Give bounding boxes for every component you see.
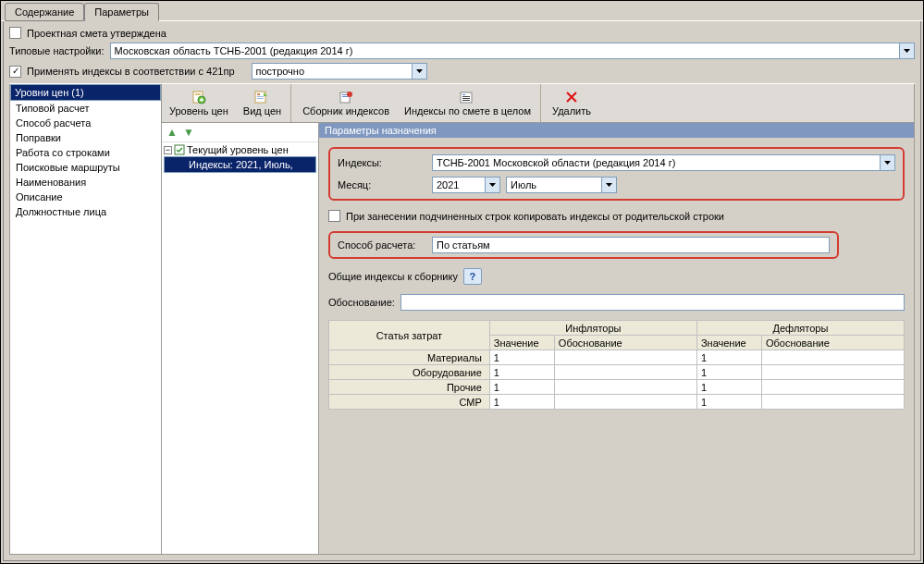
year-select[interactable]: 2021 — [432, 177, 500, 193]
common-indices-label: Общие индексы к сборнику — [328, 271, 458, 282]
sidebar-item-officials[interactable]: Должностные лица — [10, 204, 161, 219]
lower-area: Уровни цен (1) Типовой расчет Способ рас… — [9, 83, 915, 555]
params-header: Параметры назначения — [319, 123, 914, 138]
collapse-icon[interactable]: − — [164, 146, 172, 154]
indices-label: Индексы: — [338, 157, 426, 168]
svg-rect-6 — [257, 98, 264, 99]
calc-method-row: Способ расчета: По статьям — [338, 237, 830, 253]
th-infl-value: Значение — [489, 336, 554, 350]
params-panel: Проектная смета утверждена Типовые настр… — [3, 21, 921, 561]
svg-rect-11 — [461, 92, 472, 103]
svg-rect-1 — [195, 93, 201, 95]
chevron-down-icon — [899, 43, 914, 58]
chevron-down-icon — [880, 155, 894, 170]
tool-view-prices[interactable]: Вид цен — [236, 84, 291, 122]
tool-index-collection[interactable]: Сборник индексов — [295, 84, 397, 122]
sidebar-item-price-levels[interactable]: Уровни цен (1) — [10, 84, 161, 101]
tree-root-label: Текущий уровень цен — [187, 144, 289, 155]
copy-parent-row: При занесении подчиненных строк копирова… — [328, 210, 905, 222]
tool-price-level-label: Уровень цен — [169, 105, 228, 116]
typical-settings-label: Типовые настройки: — [9, 45, 105, 56]
tree-child-label: Индексы: 2021, Июль, — [189, 159, 293, 170]
move-up-button[interactable]: ▲ — [166, 126, 179, 139]
typical-settings-row: Типовые настройки: Московская область ТС… — [9, 43, 915, 59]
justification-row: Обоснование: — [328, 294, 905, 311]
tool-delete-label: Удалить — [552, 105, 591, 116]
highlight-indices-month: Индексы: ТСНБ-2001 Московской области (р… — [328, 147, 905, 201]
view-prices-icon — [254, 90, 269, 104]
tree: − Текущий уровень цен Индексы: 2021, Июл… — [162, 142, 318, 554]
toolbar: Уровень цен Вид цен Сборник индексов Инд… — [162, 84, 914, 123]
indices-select[interactable]: ТСНБ-2001 Московской области (редакция 2… — [432, 154, 895, 171]
justification-label: Обоснование: — [328, 297, 395, 308]
price-level-icon — [191, 90, 206, 104]
category-sidebar: Уровни цен (1) Типовой расчет Способ рас… — [9, 84, 162, 555]
below-toolbar: ▲ ▼ − Текущий уровень цен Индексы: 2021,… — [162, 123, 914, 554]
typical-settings-value: Московская область ТСНБ-2001 (редакция 2… — [115, 45, 353, 56]
tree-root[interactable]: − Текущий уровень цен — [164, 144, 316, 156]
apply-indices-mode-value: построчно — [256, 66, 305, 77]
sidebar-item-names[interactable]: Наименования — [10, 175, 161, 190]
svg-rect-5 — [257, 96, 264, 97]
tree-move-buttons: ▲ ▼ — [162, 123, 318, 142]
sidebar-item-corrections[interactable]: Поправки — [10, 130, 161, 145]
table-row: СМР 1 1 — [329, 395, 905, 410]
tool-indices-whole-label: Индексы по смете в целом — [404, 105, 531, 116]
delete-icon — [564, 90, 579, 104]
th-deflators: Дефляторы — [696, 321, 904, 336]
apply-indices-mode-select[interactable]: построчно — [252, 63, 427, 80]
table-row: Оборудование 1 1 — [329, 365, 905, 380]
help-icon[interactable]: ? — [463, 268, 482, 285]
th-infl-just: Обоснование — [554, 336, 696, 350]
tree-child[interactable]: Индексы: 2021, Июль, — [164, 156, 316, 173]
justification-input[interactable] — [400, 294, 905, 311]
sidebar-item-description[interactable]: Описание — [10, 190, 161, 204]
approved-checkbox[interactable] — [9, 27, 21, 39]
calc-method-label: Способ расчета: — [338, 239, 426, 251]
svg-rect-9 — [342, 96, 348, 97]
indices-row: Индексы: ТСНБ-2001 Московской области (р… — [338, 154, 895, 171]
chevron-down-icon — [485, 178, 499, 192]
table-row: Материалы 1 1 — [329, 350, 905, 365]
chevron-down-icon — [412, 64, 426, 79]
th-inflators: Инфляторы — [489, 321, 696, 336]
params-body: Индексы: ТСНБ-2001 Московской области (р… — [319, 138, 914, 419]
tab-params[interactable]: Параметры — [84, 3, 159, 21]
chevron-down-icon — [601, 178, 616, 192]
tool-delete[interactable]: Удалить — [545, 84, 598, 122]
typical-settings-select[interactable]: Московская область ТСНБ-2001 (редакция 2… — [110, 43, 915, 59]
th-defl-just: Обоснование — [761, 336, 904, 350]
svg-rect-12 — [462, 94, 465, 95]
copy-parent-label: При занесении подчиненных строк копирова… — [346, 211, 724, 222]
indices-whole-icon — [460, 90, 474, 104]
year-value: 2021 — [437, 179, 459, 190]
highlight-calc-method: Способ расчета: По статьям — [328, 231, 839, 259]
table-row: Прочие 1 1 — [329, 380, 905, 395]
common-indices-row: Общие индексы к сборнику ? — [328, 268, 905, 285]
move-down-button[interactable]: ▼ — [182, 126, 195, 139]
tool-indices-whole[interactable]: Индексы по смете в целом — [397, 84, 541, 122]
sidebar-item-calc-method[interactable]: Способ расчета — [10, 116, 161, 130]
th-defl-value: Значение — [696, 336, 761, 350]
calc-method-select[interactable]: По статьям — [432, 237, 830, 253]
coefficients-table: Статья затрат Инфляторы Дефляторы Значен… — [328, 320, 905, 410]
month-label: Месяц: — [338, 179, 426, 190]
tool-index-collection-label: Сборник индексов — [302, 105, 389, 116]
tree-pane: ▲ ▼ − Текущий уровень цен Индексы: 2021,… — [162, 123, 319, 554]
tool-view-prices-label: Вид цен — [243, 105, 281, 116]
tab-content[interactable]: Содержание — [5, 3, 84, 21]
svg-rect-14 — [462, 98, 470, 99]
sidebar-item-search-routes[interactable]: Поисковые маршруты — [10, 160, 161, 175]
apply-indices-checkbox[interactable] — [9, 66, 21, 78]
svg-rect-15 — [462, 100, 470, 101]
svg-point-10 — [347, 92, 352, 97]
apply-indices-label: Применять индексы в соответствии с 421пр — [27, 66, 235, 77]
calc-method-value: По статьям — [437, 239, 490, 251]
folder-icon — [174, 144, 185, 155]
sidebar-item-typical-calc[interactable]: Типовой расчет — [10, 101, 161, 116]
copy-parent-checkbox[interactable] — [328, 210, 340, 222]
sidebar-item-rows[interactable]: Работа со строками — [10, 145, 161, 160]
month-select[interactable]: Июль — [506, 177, 617, 193]
tool-price-level[interactable]: Уровень цен — [162, 84, 236, 122]
params-area: Параметры назначения Индексы: ТСНБ-2001 … — [319, 123, 914, 554]
